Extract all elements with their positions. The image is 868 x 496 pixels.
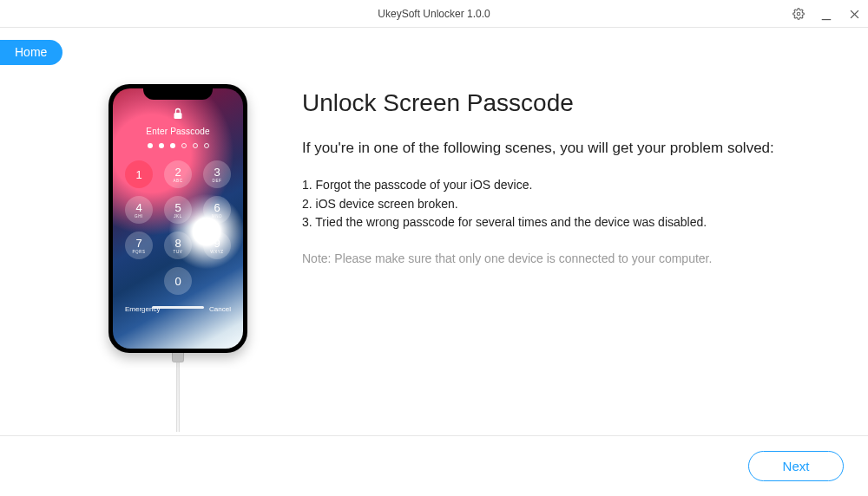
cancel-label: Cancel <box>209 305 231 313</box>
list-item: 2. iOS device screen broken. <box>302 195 833 214</box>
next-button[interactable]: Next <box>748 451 844 481</box>
keypad-key: 0 <box>164 267 192 295</box>
description-panel: Unlock Screen Passcode If you're in one … <box>269 84 833 438</box>
keypad-key: 1 <box>125 160 153 188</box>
titlebar: UkeySoft Unlocker 1.0.0 _ <box>0 0 868 28</box>
note-text: Note: Please make sure that only one dev… <box>302 251 833 265</box>
svg-point-0 <box>797 12 800 16</box>
keypad: 1 2ABC 3DEF 4GHI 5JKL 6MNO 7PQRS 8TUV 9W… <box>113 160 243 295</box>
passcode-prompt: Enter Passcode <box>113 127 243 136</box>
minimize-icon[interactable]: _ <box>818 5 835 23</box>
tab-home[interactable]: Home <box>0 40 62 65</box>
keypad-key: 9WXYZ <box>203 232 231 259</box>
list-item: 3. Tried the wrong passcode for several … <box>302 213 833 232</box>
keypad-key: 6MNO <box>203 196 231 224</box>
page-title: Unlock Screen Passcode <box>302 89 833 117</box>
phone-screen: Enter Passcode 1 2ABC 3DEF 4GHI 5JKL 6MN… <box>113 88 243 349</box>
usb-cable <box>176 362 180 432</box>
gear-icon[interactable] <box>790 5 807 23</box>
tab-bar: Home <box>0 28 868 65</box>
main-content: Enter Passcode 1 2ABC 3DEF 4GHI 5JKL 6MN… <box>0 65 868 438</box>
cable-connector <box>172 352 184 362</box>
close-icon[interactable] <box>845 5 863 23</box>
keypad-key: 7PQRS <box>125 232 153 259</box>
phone-frame: Enter Passcode 1 2ABC 3DEF 4GHI 5JKL 6MN… <box>108 84 247 353</box>
passcode-dots <box>113 143 243 148</box>
window-title: UkeySoft Unlocker 1.0.0 <box>378 8 490 20</box>
keypad-key: 4GHI <box>125 196 153 224</box>
lock-icon <box>173 108 183 120</box>
device-illustration: Enter Passcode 1 2ABC 3DEF 4GHI 5JKL 6MN… <box>87 84 269 438</box>
footer-bar: Next <box>0 435 868 496</box>
keypad-key: 2ABC <box>164 160 192 188</box>
list-item: 1. Forgot the passcode of your iOS devic… <box>302 176 833 195</box>
phone-notch <box>143 84 213 100</box>
keypad-key: 8TUV <box>164 232 192 259</box>
home-indicator <box>152 306 204 309</box>
window-controls: _ <box>790 0 863 28</box>
scenario-list: 1. Forgot the passcode of your iOS devic… <box>302 176 833 232</box>
lead-text: If you're in one of the following scenes… <box>302 140 833 157</box>
keypad-key: 5JKL <box>164 196 192 224</box>
keypad-key: 3DEF <box>203 160 231 188</box>
svg-rect-3 <box>174 113 182 119</box>
